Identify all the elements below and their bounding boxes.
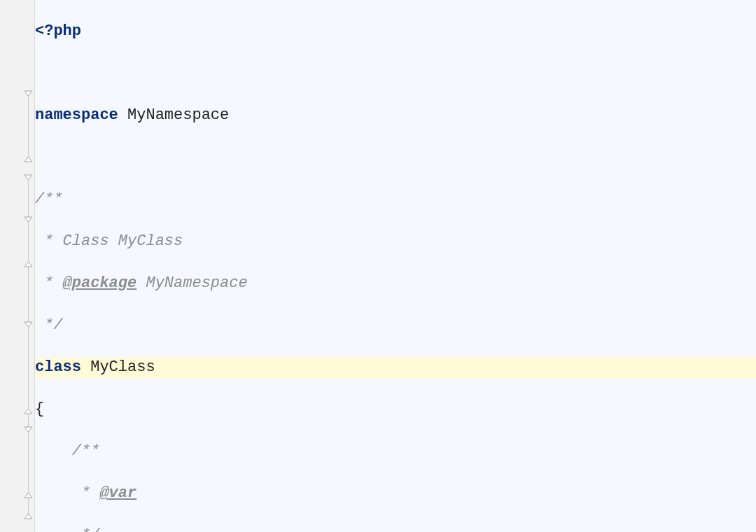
code-line: {	[35, 399, 756, 420]
doctag-package: @package	[63, 274, 137, 292]
code-editor: <?php namespace MyNamespace /** * Class …	[0, 0, 756, 532]
class-name: MyClass	[81, 358, 155, 376]
namespace-name: MyNamespace	[118, 106, 229, 124]
keyword-namespace: namespace	[35, 106, 118, 124]
fold-marker-open-icon[interactable]	[24, 90, 33, 99]
docblock-open: /**	[35, 442, 99, 460]
docblock-text: Class MyClass	[63, 232, 183, 250]
code-area[interactable]: <?php namespace MyNamespace /** * Class …	[35, 0, 756, 532]
code-line: <?php	[35, 21, 756, 42]
fold-marker-close-icon[interactable]	[24, 489, 33, 498]
docblock-star: *	[35, 274, 63, 292]
code-line: */	[35, 525, 756, 532]
code-line-current: class MyClass	[35, 357, 756, 378]
brace-open: {	[35, 400, 44, 418]
fold-marker-open-icon[interactable]	[24, 426, 33, 435]
php-open-tag: <?php	[35, 22, 81, 40]
docblock-open: /**	[35, 190, 63, 208]
code-line: * @var	[35, 483, 756, 504]
fold-marker-close-icon[interactable]	[24, 405, 33, 414]
code-line: /**	[35, 441, 756, 462]
code-line: */	[35, 315, 756, 336]
fold-marker-close-icon[interactable]	[24, 258, 33, 267]
fold-marker-open-icon[interactable]	[24, 174, 33, 183]
fold-marker-open-icon[interactable]	[24, 216, 33, 225]
code-line: namespace MyNamespace	[35, 105, 756, 126]
code-line	[35, 147, 756, 168]
doctag-var: @var	[99, 484, 136, 502]
code-line	[35, 63, 756, 84]
code-line: * @package MyNamespace	[35, 273, 756, 294]
code-line: * Class MyClass	[35, 231, 756, 252]
docblock-star: *	[35, 232, 63, 250]
gutter	[0, 0, 35, 532]
fold-marker-open-icon[interactable]	[24, 321, 33, 330]
docblock-close: */	[35, 526, 99, 532]
docblock-star: *	[35, 484, 99, 502]
code-line: /**	[35, 189, 756, 210]
fold-marker-close-icon[interactable]	[24, 153, 33, 162]
docblock-close: */	[35, 316, 63, 334]
fold-marker-close-icon[interactable]	[24, 510, 33, 519]
keyword-class: class	[35, 358, 81, 376]
docblock-text: MyNamespace	[136, 274, 247, 292]
